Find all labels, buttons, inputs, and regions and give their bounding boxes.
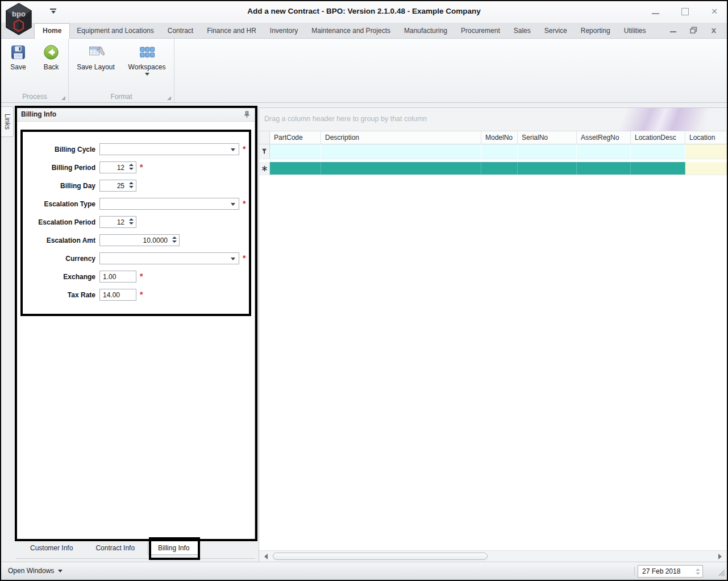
column-header-location[interactable]: Location — [685, 131, 727, 144]
spinner-up-icon[interactable] — [172, 236, 177, 239]
new-row-cell-description[interactable] — [321, 162, 481, 175]
mdi-close-button[interactable]: x — [710, 26, 718, 34]
chevron-down-icon[interactable] — [231, 203, 235, 206]
new-row-cell-serialno[interactable] — [518, 162, 577, 175]
scrollbar-thumb[interactable] — [273, 553, 488, 560]
column-header-modelno[interactable]: ModelNo — [481, 131, 518, 144]
maximize-icon — [681, 8, 689, 15]
tab-billing-info[interactable]: Billing Info — [148, 542, 199, 555]
filter-cell-location[interactable] — [685, 144, 727, 159]
tab-contract-info[interactable]: Contract Info — [86, 542, 144, 554]
required-marker: * — [140, 289, 143, 301]
ribbon-tab-service[interactable]: Service — [538, 24, 574, 38]
date-editor[interactable]: 27 Feb 2018 — [638, 565, 703, 578]
column-header-locationdesc[interactable]: LocationDesc — [631, 131, 685, 144]
filter-cell-partcode[interactable] — [270, 144, 321, 159]
ribbon-tab-home[interactable]: Home — [34, 23, 70, 39]
window-close-button[interactable]: × — [710, 7, 719, 16]
required-marker: * — [140, 161, 143, 173]
grid-horizontal-scrollbar[interactable] — [259, 550, 727, 562]
links-side-tab[interactable]: Links — [1, 106, 14, 137]
ribbon-tab-procurement[interactable]: Procurement — [454, 24, 507, 38]
pin-button[interactable] — [244, 111, 250, 118]
new-row-cell-locationdesc[interactable] — [631, 162, 685, 175]
chevron-down-icon — [58, 570, 63, 572]
column-header-description[interactable]: Description — [321, 131, 481, 144]
scroll-left-button[interactable] — [263, 553, 269, 560]
panel-tab-strip: Customer Info Contract Info Billing Info — [16, 540, 255, 559]
form-row-billing-period: Billing Period 12 * — [16, 161, 255, 173]
ribbon-tab-utilities[interactable]: Utilities — [617, 24, 653, 38]
date-value: 27 Feb 2018 — [638, 567, 696, 575]
resize-grip-icon[interactable] — [718, 569, 725, 578]
ribbon-group-format: Save Layout Workspaces — [69, 39, 174, 102]
open-windows-label: Open Windows — [8, 567, 54, 575]
mdi-minimize-button[interactable] — [669, 26, 677, 34]
window-maximize-button[interactable] — [680, 7, 689, 16]
grid-new-item-row — [259, 162, 727, 175]
exchange-input[interactable]: 1.00 — [99, 271, 136, 283]
filter-cell-assetregno[interactable] — [577, 144, 631, 159]
billing-period-spinner[interactable]: 12 — [99, 161, 136, 173]
tax-rate-input[interactable]: 14.00 — [99, 289, 136, 301]
escalation-type-dropdown[interactable] — [99, 198, 239, 210]
mdi-restore-button[interactable] — [689, 26, 697, 34]
save-button[interactable]: Save — [3, 43, 34, 72]
ribbon-tab-manufacturing[interactable]: Manufacturing — [397, 24, 454, 38]
save-floppy-icon — [10, 44, 27, 61]
app-logo[interactable]: bpo — [5, 3, 32, 36]
ribbon-tab-contract[interactable]: Contract — [161, 24, 200, 38]
chevron-down-icon[interactable] — [231, 258, 235, 260]
ribbon-tab-finance-and-hr[interactable]: Finance and HR — [200, 24, 263, 38]
ribbon-tab-sales[interactable]: Sales — [507, 24, 538, 38]
new-row-cell-assetregno[interactable] — [577, 162, 631, 175]
filter-cell-serialno[interactable] — [518, 144, 577, 159]
group-dialog-launcher-icon[interactable] — [61, 96, 65, 100]
billing-cycle-dropdown[interactable] — [99, 143, 239, 155]
ribbon-tab-maintenance-and-projects[interactable]: Maintenance and Projects — [305, 24, 397, 38]
scroll-right-button[interactable] — [717, 553, 723, 560]
chevron-down-icon[interactable] — [231, 148, 235, 151]
spinner-down-icon[interactable] — [129, 186, 134, 188]
save-layout-button[interactable]: Save Layout — [72, 43, 120, 77]
column-header-serialno[interactable]: SerialNo — [518, 131, 577, 144]
spinner-down-icon[interactable] — [129, 168, 134, 170]
workspaces-button[interactable]: Workspaces — [123, 43, 172, 77]
new-row-cell-modelno[interactable] — [481, 162, 518, 175]
date-spinner-down-icon[interactable] — [696, 572, 700, 575]
filter-cell-locationdesc[interactable] — [631, 144, 685, 159]
open-windows-button[interactable]: Open Windows — [8, 567, 63, 575]
back-button[interactable]: Back — [36, 43, 66, 72]
new-row-cell-location[interactable] — [685, 162, 727, 175]
tab-customer-info[interactable]: Customer Info — [20, 542, 82, 554]
ribbon-tab-reporting[interactable]: Reporting — [574, 24, 617, 38]
column-header-partcode[interactable]: PartCode — [270, 131, 321, 144]
column-header-assetregno[interactable]: AssetRegNo — [577, 131, 631, 144]
grid-group-by-panel[interactable]: Drag a column header here to group by th… — [259, 108, 727, 131]
group-dialog-launcher-icon[interactable] — [167, 96, 171, 100]
billing-day-spinner[interactable]: 25 — [99, 180, 136, 192]
billing-info-panel: Billing Info Billing Cycle * — [16, 107, 255, 540]
escalation-amt-spinner[interactable]: 10.0000 — [99, 234, 180, 246]
new-row-cell-partcode[interactable] — [270, 162, 321, 175]
required-marker: * — [243, 198, 246, 210]
links-side-tab-label: Links — [3, 114, 11, 130]
date-spinner-up-icon[interactable] — [696, 568, 700, 571]
form-row-escalation-period: Escalation Period 12 — [16, 216, 255, 228]
spinner-up-icon[interactable] — [129, 182, 134, 184]
window-title: Add a new Contract - BPO: Version 2.1.0.… — [247, 7, 480, 15]
spinner-down-icon[interactable] — [172, 240, 177, 243]
back-button-label: Back — [44, 63, 59, 71]
ribbon-tab-inventory[interactable]: Inventory — [263, 24, 305, 38]
window-minimize-button[interactable] — [651, 7, 660, 16]
spinner-down-icon[interactable] — [129, 222, 134, 225]
spinner-up-icon[interactable] — [129, 164, 134, 166]
exchange-label: Exchange — [16, 273, 95, 281]
escalation-period-spinner[interactable]: 12 — [99, 216, 136, 228]
currency-dropdown[interactable] — [99, 252, 239, 264]
spinner-up-icon[interactable] — [129, 218, 134, 221]
filter-cell-modelno[interactable] — [481, 144, 518, 159]
filter-cell-description[interactable] — [321, 144, 481, 159]
ribbon-tab-equipment-and-locations[interactable]: Equipment and Locations — [70, 24, 160, 38]
quick-access-dropdown-icon[interactable] — [50, 9, 56, 14]
